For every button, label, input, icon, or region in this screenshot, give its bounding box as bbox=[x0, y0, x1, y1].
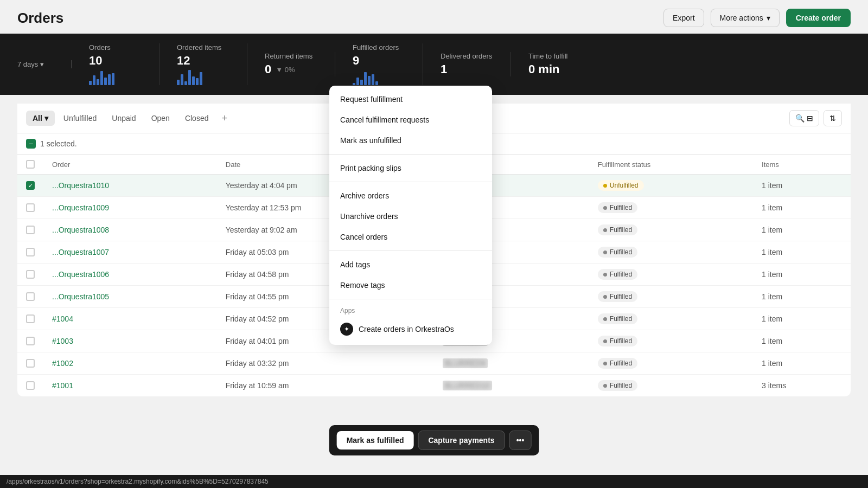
capture-payments-button[interactable]: Capture payments bbox=[418, 431, 505, 450]
row-checkbox-1003[interactable] bbox=[26, 337, 35, 345]
export-button[interactable]: Export bbox=[663, 9, 704, 27]
filter-tabs: All ▾ Unfulfilled Unpaid Open Closed + bbox=[26, 111, 232, 126]
chevron-down-icon: ▾ bbox=[767, 14, 770, 22]
create-order-button[interactable]: Create order bbox=[786, 9, 851, 27]
stat-period[interactable]: 7 days ▾ bbox=[17, 60, 72, 68]
order-status: Fulfilled bbox=[589, 375, 753, 397]
order-status: Fulfilled bbox=[589, 219, 753, 241]
order-date: Friday at 03:32 pm bbox=[217, 352, 434, 375]
divider-2 bbox=[329, 182, 492, 182]
order-id: #1004 bbox=[43, 308, 217, 330]
more-options-button[interactable]: ••• bbox=[509, 431, 532, 450]
order-items: 1 item bbox=[753, 330, 851, 352]
order-status: Fulfilled bbox=[589, 286, 753, 308]
period-label: 7 days ▾ bbox=[17, 60, 54, 68]
order-items: 1 item bbox=[753, 264, 851, 286]
bottom-action-bar: Mark as fulfilled Capture payments ••• bbox=[329, 425, 539, 455]
order-status: Unfulfilled bbox=[589, 175, 753, 197]
filter-icon: ⊟ bbox=[807, 114, 813, 123]
order-status: Fulfilled bbox=[589, 264, 753, 286]
status-bar: /apps/orkestraos/v1/orders?shop=orkestra… bbox=[0, 475, 868, 488]
orders-chart bbox=[89, 70, 142, 85]
dropdown-cancel-fulfillment[interactable]: Cancel fulfillment requests bbox=[329, 110, 492, 130]
search-filter-button[interactable]: 🔍 ⊟ bbox=[789, 110, 819, 126]
dropdown-add-tags[interactable]: Add tags bbox=[329, 254, 492, 275]
order-items: 3 items bbox=[753, 375, 851, 397]
select-all-header[interactable] bbox=[17, 155, 43, 175]
order-status: Fulfilled bbox=[589, 308, 753, 330]
dropdown-remove-tags[interactable]: Remove tags bbox=[329, 275, 492, 296]
order-id: ...Orquestra1005 bbox=[43, 286, 217, 308]
order-customer: BLURRED10 bbox=[434, 375, 589, 397]
tab-open[interactable]: Open bbox=[145, 111, 176, 126]
row-checkbox-orq1010[interactable] bbox=[26, 181, 35, 190]
table-row[interactable]: #1001 Friday at 10:59 am BLURRED10 Fulfi… bbox=[17, 375, 851, 397]
deselect-all-button[interactable] bbox=[26, 139, 36, 149]
chevron-down-icon: ▾ bbox=[40, 60, 44, 68]
add-view-button[interactable]: + bbox=[217, 111, 232, 126]
tab-closed[interactable]: Closed bbox=[178, 111, 215, 126]
search-icon: 🔍 bbox=[795, 114, 805, 123]
stat-fulfilled-orders: Fulfilled orders 9 bbox=[353, 43, 423, 85]
table-row[interactable]: #1002 Friday at 03:32 pm BLURRED9 Fulfil… bbox=[17, 352, 851, 375]
stat-time-to-fulfill: Time to fulfill 0 min bbox=[528, 52, 599, 76]
dropdown-archive[interactable]: Archive orders bbox=[329, 185, 492, 206]
order-items: 1 item bbox=[753, 241, 851, 264]
filter-actions: 🔍 ⊟ ⇅ bbox=[789, 110, 842, 126]
row-checkbox-1001[interactable] bbox=[26, 381, 35, 390]
page-title: Orders bbox=[17, 10, 63, 27]
row-checkbox-1002[interactable] bbox=[26, 359, 35, 368]
order-items: 1 item bbox=[753, 175, 851, 197]
order-id: #1003 bbox=[43, 330, 217, 352]
order-items: 1 item bbox=[753, 219, 851, 241]
order-header: Order bbox=[43, 155, 217, 175]
stat-delivered-orders: Delivered orders 1 bbox=[441, 52, 511, 76]
row-checkbox-orq1006[interactable] bbox=[26, 270, 35, 279]
orkestra-icon: ✦ bbox=[340, 323, 353, 336]
status-header: Fulfillment status bbox=[589, 155, 753, 175]
row-checkbox-orq1007[interactable] bbox=[26, 248, 35, 256]
order-items: 1 item bbox=[753, 286, 851, 308]
stat-orders: Orders 10 bbox=[89, 43, 159, 85]
order-items: 1 item bbox=[753, 197, 851, 219]
order-id: #1001 bbox=[43, 375, 217, 397]
divider-1 bbox=[329, 154, 492, 155]
sort-button[interactable]: ⇅ bbox=[824, 110, 842, 126]
dropdown-create-orkestra[interactable]: ✦ Create orders in OrkestraOs bbox=[329, 317, 492, 342]
ordered-items-chart bbox=[177, 70, 229, 85]
row-checkbox-orq1005[interactable] bbox=[26, 292, 35, 301]
order-status: Fulfilled bbox=[589, 197, 753, 219]
order-id: ...Orquestra1010 bbox=[43, 175, 217, 197]
selected-count: 1 selected. bbox=[40, 139, 77, 148]
dropdown-mark-unfulfilled[interactable]: Mark as unfulfilled bbox=[329, 130, 492, 151]
order-id: #1002 bbox=[43, 352, 217, 375]
stat-ordered-items: Ordered items 12 bbox=[177, 43, 247, 85]
order-date: Friday at 10:59 am bbox=[217, 375, 434, 397]
order-status: Fulfilled bbox=[589, 330, 753, 352]
more-actions-button[interactable]: More actions ▾ bbox=[711, 9, 780, 27]
order-items: 1 item bbox=[753, 352, 851, 375]
order-items: 1 item bbox=[753, 308, 851, 330]
order-id: ...Orquestra1009 bbox=[43, 197, 217, 219]
sort-icon: ⇅ bbox=[829, 114, 836, 123]
dropdown-request-fulfillment[interactable]: Request fulfillment bbox=[329, 89, 492, 110]
row-checkbox-1004[interactable] bbox=[26, 314, 35, 323]
order-id: ...Orquestra1006 bbox=[43, 264, 217, 286]
row-checkbox-orq1008[interactable] bbox=[26, 226, 35, 234]
items-header: Items bbox=[753, 155, 851, 175]
order-status: Fulfilled bbox=[589, 352, 753, 375]
tab-unfulfilled[interactable]: Unfulfilled bbox=[57, 111, 103, 126]
row-checkbox-orq1009[interactable] bbox=[26, 203, 35, 212]
dropdown-print-packing[interactable]: Print packing slips bbox=[329, 158, 492, 178]
tab-all[interactable]: All ▾ bbox=[26, 111, 55, 126]
dropdown-unarchive[interactable]: Unarchive orders bbox=[329, 206, 492, 227]
url-display: /apps/orkestraos/v1/orders?shop=orkestra… bbox=[7, 478, 269, 485]
tab-unpaid[interactable]: Unpaid bbox=[105, 111, 142, 126]
divider-3 bbox=[329, 251, 492, 251]
header-actions: Export More actions ▾ Create order bbox=[663, 9, 851, 27]
order-status: Fulfilled bbox=[589, 241, 753, 264]
mark-fulfilled-button[interactable]: Mark as fulfilled bbox=[337, 431, 414, 450]
stat-returned-items: Returned items 0 ▼ 0% bbox=[265, 52, 335, 76]
apps-section-label: Apps bbox=[329, 303, 492, 317]
dropdown-cancel-orders[interactable]: Cancel orders bbox=[329, 227, 492, 247]
